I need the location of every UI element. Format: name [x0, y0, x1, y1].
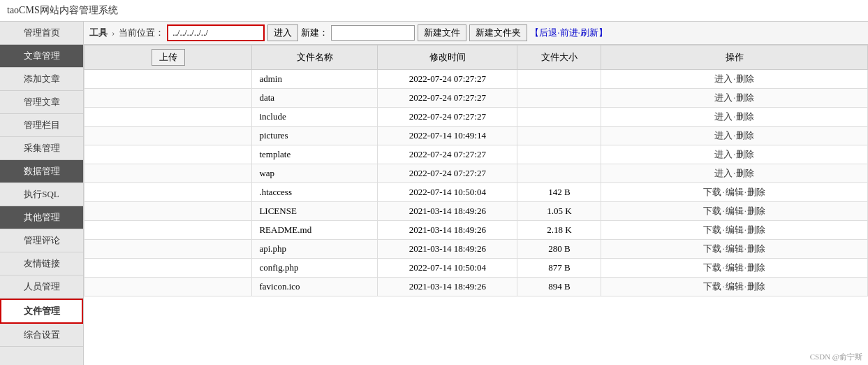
- toolbar-new-folder-btn[interactable]: 新建文件夹: [469, 24, 527, 41]
- row-name: .htaccess: [252, 183, 378, 202]
- row-name: template: [252, 145, 378, 164]
- action-separator: ·: [722, 281, 724, 292]
- action-link-删除[interactable]: 删除: [736, 73, 754, 84]
- col-actions-header: 操作: [601, 45, 868, 70]
- action-link-删除[interactable]: 删除: [747, 243, 765, 254]
- action-link-删除[interactable]: 删除: [747, 224, 765, 235]
- toolbar: 工具 › 当前位置： 进入 新建： 新建文件 新建文件夹 【后退·前进·刷新】: [84, 22, 868, 45]
- action-link-编辑[interactable]: 编辑: [726, 187, 744, 197]
- action-separator: ·: [733, 168, 735, 178]
- action-link-下载[interactable]: 下载: [703, 281, 721, 292]
- action-link-下载[interactable]: 下载: [703, 262, 721, 273]
- action-link-删除[interactable]: 删除: [736, 111, 754, 122]
- action-link-编辑[interactable]: 编辑: [726, 262, 744, 273]
- row-actions: 进入·删除: [601, 145, 868, 164]
- action-link-编辑[interactable]: 编辑: [726, 224, 744, 235]
- table-row: pictures2022-07-14 10:49:14进入·删除: [84, 127, 868, 145]
- footer-watermark: CSDN @俞宁斯: [810, 352, 862, 362]
- toolbar-new-file-btn[interactable]: 新建文件: [418, 24, 466, 41]
- row-empty-cell: [84, 164, 252, 183]
- action-link-删除[interactable]: 删除: [736, 130, 754, 141]
- action-link-进入[interactable]: 进入: [714, 130, 733, 141]
- action-link-下载[interactable]: 下载: [703, 243, 721, 254]
- row-size: 1.05 K: [517, 202, 601, 221]
- app-container: taoCMS网站内容管理系统 管理首页文章管理添加文章管理文章管理栏目采集管理数…: [0, 0, 868, 365]
- action-separator: ·: [744, 262, 746, 273]
- sidebar-item-general-settings[interactable]: 综合设置: [0, 324, 83, 347]
- action-separator: ·: [722, 224, 724, 235]
- sidebar-item-personnel-manage[interactable]: 人员管理: [0, 275, 83, 299]
- sidebar-item-collect-manage[interactable]: 采集管理: [0, 137, 83, 160]
- table-row: data2022-07-24 07:27:27进入·删除: [84, 89, 868, 108]
- table-row: include2022-07-24 07:27:27进入·删除: [84, 108, 868, 127]
- action-link-下载[interactable]: 下载: [703, 187, 721, 197]
- action-link-删除[interactable]: 删除: [747, 206, 765, 216]
- sidebar-item-exec-sql[interactable]: 执行SQL: [0, 183, 83, 206]
- row-name: data: [252, 89, 378, 108]
- row-empty-cell: [84, 183, 252, 202]
- action-link-进入[interactable]: 进入: [714, 73, 733, 84]
- row-size: [517, 108, 601, 127]
- table-row: .htaccess2022-07-14 10:50:04142 B下载·编辑·删…: [84, 183, 868, 202]
- sidebar-item-file-manage[interactable]: 文件管理: [0, 299, 83, 324]
- action-link-删除[interactable]: 删除: [736, 149, 754, 159]
- main-layout: 管理首页文章管理添加文章管理文章管理栏目采集管理数据管理执行SQL其他管理管理评…: [0, 22, 868, 365]
- action-separator: ·: [722, 206, 724, 216]
- action-separator: ·: [722, 262, 724, 273]
- row-actions: 下载·编辑·删除: [601, 240, 868, 259]
- col-name-header: 文件名称: [252, 45, 378, 70]
- sidebar-item-data-manage[interactable]: 数据管理: [0, 160, 83, 183]
- row-name: favicon.ico: [252, 278, 378, 296]
- sidebar-item-other-manage[interactable]: 其他管理: [0, 206, 83, 229]
- title-bar: taoCMS网站内容管理系统: [0, 0, 868, 22]
- action-separator: ·: [744, 243, 746, 254]
- action-link-删除[interactable]: 删除: [747, 281, 765, 292]
- sidebar-item-home[interactable]: 管理首页: [0, 22, 83, 45]
- row-size: [517, 70, 601, 89]
- toolbar-arrow: ›: [112, 27, 115, 38]
- sidebar-item-friend-link[interactable]: 友情链接: [0, 252, 83, 275]
- sidebar-item-manage-comment[interactable]: 管理评论: [0, 229, 83, 252]
- action-link-下载[interactable]: 下载: [703, 224, 721, 235]
- action-link-删除[interactable]: 删除: [747, 187, 765, 197]
- toolbar-enter-btn[interactable]: 进入: [267, 24, 298, 41]
- action-link-进入[interactable]: 进入: [714, 111, 733, 122]
- action-link-编辑[interactable]: 编辑: [726, 206, 744, 216]
- row-modified: 2022-07-24 07:27:27: [378, 145, 517, 164]
- action-separator: ·: [722, 243, 724, 254]
- action-separator: ·: [744, 224, 746, 235]
- action-link-进入[interactable]: 进入: [714, 92, 733, 103]
- row-name: config.php: [252, 259, 378, 278]
- row-size: [517, 89, 601, 108]
- row-empty-cell: [84, 202, 252, 221]
- row-name: include: [252, 108, 378, 127]
- action-link-编辑[interactable]: 编辑: [726, 243, 744, 254]
- action-link-删除[interactable]: 删除: [736, 168, 754, 178]
- row-name: pictures: [252, 127, 378, 145]
- app-title: taoCMS网站内容管理系统: [7, 5, 118, 15]
- toolbar-actions-label[interactable]: 【后退·前进·刷新】: [530, 27, 608, 39]
- row-empty-cell: [84, 278, 252, 296]
- action-link-下载[interactable]: 下载: [703, 206, 721, 216]
- action-link-进入[interactable]: 进入: [714, 149, 733, 159]
- action-link-进入[interactable]: 进入: [714, 168, 733, 178]
- toolbar-path-input[interactable]: [167, 24, 265, 41]
- action-link-删除[interactable]: 删除: [736, 92, 754, 103]
- action-separator: ·: [744, 281, 746, 292]
- action-link-编辑[interactable]: 编辑: [726, 281, 744, 292]
- row-actions: 下载·编辑·删除: [601, 278, 868, 296]
- toolbar-new-input[interactable]: [331, 25, 415, 41]
- action-separator: ·: [744, 187, 746, 197]
- upload-btn[interactable]: 上传: [152, 49, 185, 66]
- row-modified: 2022-07-14 10:50:04: [378, 183, 517, 202]
- row-empty-cell: [84, 259, 252, 278]
- sidebar-item-manage-column[interactable]: 管理栏目: [0, 114, 83, 137]
- action-separator: ·: [744, 206, 746, 216]
- action-separator: ·: [733, 73, 735, 84]
- sidebar-item-add-article[interactable]: 添加文章: [0, 68, 83, 91]
- sidebar-item-manage-article[interactable]: 管理文章: [0, 91, 83, 114]
- sidebar-item-article-manage[interactable]: 文章管理: [0, 45, 83, 68]
- table-row: config.php2022-07-14 10:50:04877 B下载·编辑·…: [84, 259, 868, 278]
- table-row: favicon.ico2021-03-14 18:49:26894 B下载·编辑…: [84, 278, 868, 296]
- action-link-删除[interactable]: 删除: [747, 262, 765, 273]
